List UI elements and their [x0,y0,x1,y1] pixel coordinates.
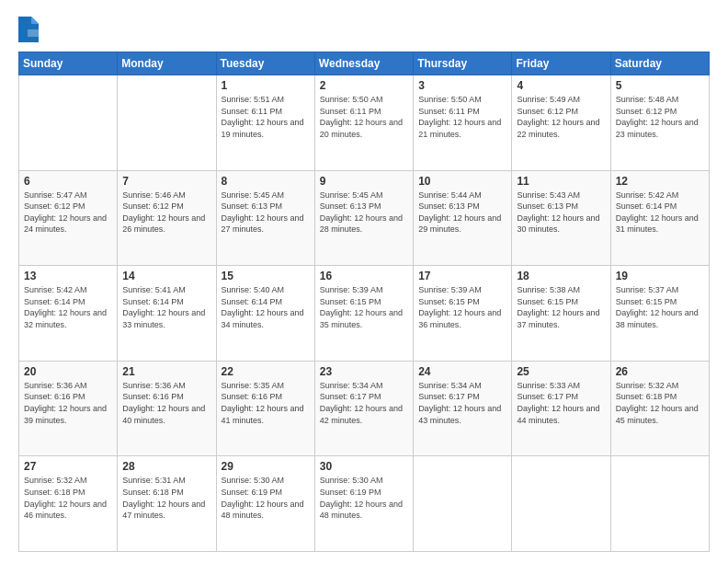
calendar-cell: 26Sunrise: 5:32 AM Sunset: 6:18 PM Dayli… [610,361,709,456]
svg-marker-2 [28,29,39,37]
calendar-cell: 20Sunrise: 5:36 AM Sunset: 6:16 PM Dayli… [19,361,118,456]
day-number: 18 [517,270,605,282]
day-info: Sunrise: 5:50 AM Sunset: 6:11 PM Dayligh… [320,94,408,140]
calendar-table: SundayMondayTuesdayWednesdayThursdayFrid… [18,52,710,552]
day-info: Sunrise: 5:39 AM Sunset: 6:15 PM Dayligh… [418,284,506,330]
calendar-header-saturday: Saturday [610,52,709,75]
day-number: 27 [24,460,112,473]
header [18,17,710,42]
day-number: 23 [320,365,408,378]
calendar-cell: 1Sunrise: 5:51 AM Sunset: 6:11 PM Daylig… [216,75,314,171]
svg-marker-1 [31,17,39,24]
day-info: Sunrise: 5:39 AM Sunset: 6:15 PM Dayligh… [320,284,408,330]
day-number: 14 [122,270,210,282]
day-number: 12 [616,175,704,188]
calendar-cell: 30Sunrise: 5:30 AM Sunset: 6:19 PM Dayli… [314,456,413,552]
calendar-cell: 12Sunrise: 5:42 AM Sunset: 6:14 PM Dayli… [610,170,709,266]
day-info: Sunrise: 5:34 AM Sunset: 6:17 PM Dayligh… [320,380,408,426]
calendar-cell: 22Sunrise: 5:35 AM Sunset: 6:16 PM Dayli… [216,361,314,456]
calendar-cell: 19Sunrise: 5:37 AM Sunset: 6:15 PM Dayli… [610,266,709,362]
day-info: Sunrise: 5:41 AM Sunset: 6:14 PM Dayligh… [122,284,210,330]
day-number: 28 [122,460,210,473]
day-info: Sunrise: 5:34 AM Sunset: 6:17 PM Dayligh… [418,380,506,426]
day-info: Sunrise: 5:30 AM Sunset: 6:19 PM Dayligh… [320,475,408,521]
calendar-cell: 29Sunrise: 5:30 AM Sunset: 6:19 PM Dayli… [216,456,314,552]
calendar-cell: 5Sunrise: 5:48 AM Sunset: 6:12 PM Daylig… [610,75,709,171]
day-number: 1 [222,79,310,92]
day-info: Sunrise: 5:37 AM Sunset: 6:15 PM Dayligh… [616,284,704,330]
day-info: Sunrise: 5:30 AM Sunset: 6:19 PM Dayligh… [222,475,310,521]
day-number: 17 [418,270,506,282]
day-info: Sunrise: 5:31 AM Sunset: 6:18 PM Dayligh… [122,475,210,521]
calendar-cell: 9Sunrise: 5:45 AM Sunset: 6:13 PM Daylig… [314,170,413,266]
day-number: 29 [222,460,310,473]
calendar-cell: 25Sunrise: 5:33 AM Sunset: 6:17 PM Dayli… [512,361,610,456]
calendar-cell: 4Sunrise: 5:49 AM Sunset: 6:12 PM Daylig… [512,75,610,171]
calendar-cell: 2Sunrise: 5:50 AM Sunset: 6:11 PM Daylig… [314,75,413,171]
calendar-week-row: 13Sunrise: 5:42 AM Sunset: 6:14 PM Dayli… [19,266,710,362]
calendar-cell: 21Sunrise: 5:36 AM Sunset: 6:16 PM Dayli… [118,361,216,456]
calendar-cell [414,456,512,552]
day-number: 25 [517,365,605,378]
calendar-cell: 14Sunrise: 5:41 AM Sunset: 6:14 PM Dayli… [118,266,216,362]
calendar-header-thursday: Thursday [414,52,512,75]
calendar-header-wednesday: Wednesday [314,52,413,75]
day-number: 16 [320,270,408,282]
calendar-cell: 27Sunrise: 5:32 AM Sunset: 6:18 PM Dayli… [19,456,118,552]
day-info: Sunrise: 5:35 AM Sunset: 6:16 PM Dayligh… [222,380,310,426]
day-number: 7 [122,175,210,188]
calendar-cell: 11Sunrise: 5:43 AM Sunset: 6:13 PM Dayli… [512,170,610,266]
day-number: 11 [517,175,605,188]
calendar-cell: 23Sunrise: 5:34 AM Sunset: 6:17 PM Dayli… [314,361,413,456]
day-number: 5 [616,79,704,92]
day-info: Sunrise: 5:32 AM Sunset: 6:18 PM Dayligh… [616,380,704,426]
day-info: Sunrise: 5:45 AM Sunset: 6:13 PM Dayligh… [320,190,408,236]
calendar-cell: 18Sunrise: 5:38 AM Sunset: 6:15 PM Dayli… [512,266,610,362]
day-number: 6 [24,175,112,188]
calendar-cell: 10Sunrise: 5:44 AM Sunset: 6:13 PM Dayli… [414,170,512,266]
calendar-cell [19,75,118,171]
logo-icon [18,17,39,42]
calendar-cell: 3Sunrise: 5:50 AM Sunset: 6:11 PM Daylig… [414,75,512,171]
calendar-cell: 8Sunrise: 5:45 AM Sunset: 6:13 PM Daylig… [216,170,314,266]
calendar-cell [512,456,610,552]
calendar-header-friday: Friday [512,52,610,75]
logo [18,17,42,42]
day-number: 20 [24,365,112,378]
calendar-week-row: 6Sunrise: 5:47 AM Sunset: 6:12 PM Daylig… [19,170,710,266]
day-info: Sunrise: 5:50 AM Sunset: 6:11 PM Dayligh… [418,94,506,140]
calendar-cell: 16Sunrise: 5:39 AM Sunset: 6:15 PM Dayli… [314,266,413,362]
calendar-header-sunday: Sunday [19,52,118,75]
day-info: Sunrise: 5:47 AM Sunset: 6:12 PM Dayligh… [24,190,112,236]
calendar-cell: 17Sunrise: 5:39 AM Sunset: 6:15 PM Dayli… [414,266,512,362]
day-info: Sunrise: 5:38 AM Sunset: 6:15 PM Dayligh… [517,284,605,330]
day-info: Sunrise: 5:32 AM Sunset: 6:18 PM Dayligh… [24,475,112,521]
page: SundayMondayTuesdayWednesdayThursdayFrid… [0,0,728,563]
day-info: Sunrise: 5:42 AM Sunset: 6:14 PM Dayligh… [24,284,112,330]
calendar-cell: 6Sunrise: 5:47 AM Sunset: 6:12 PM Daylig… [19,170,118,266]
day-number: 19 [616,270,704,282]
calendar-header-monday: Monday [118,52,216,75]
day-info: Sunrise: 5:36 AM Sunset: 6:16 PM Dayligh… [122,380,210,426]
day-number: 21 [122,365,210,378]
calendar-cell: 24Sunrise: 5:34 AM Sunset: 6:17 PM Dayli… [414,361,512,456]
day-info: Sunrise: 5:45 AM Sunset: 6:13 PM Dayligh… [222,190,310,236]
day-number: 9 [320,175,408,188]
day-number: 4 [517,79,605,92]
day-number: 3 [418,79,506,92]
day-info: Sunrise: 5:42 AM Sunset: 6:14 PM Dayligh… [616,190,704,236]
day-number: 8 [222,175,310,188]
day-info: Sunrise: 5:36 AM Sunset: 6:16 PM Dayligh… [24,380,112,426]
day-number: 26 [616,365,704,378]
day-info: Sunrise: 5:33 AM Sunset: 6:17 PM Dayligh… [517,380,605,426]
calendar-header-row: SundayMondayTuesdayWednesdayThursdayFrid… [19,52,710,75]
calendar-week-row: 20Sunrise: 5:36 AM Sunset: 6:16 PM Dayli… [19,361,710,456]
calendar-cell: 13Sunrise: 5:42 AM Sunset: 6:14 PM Dayli… [19,266,118,362]
day-number: 10 [418,175,506,188]
day-number: 22 [222,365,310,378]
day-info: Sunrise: 5:44 AM Sunset: 6:13 PM Dayligh… [418,190,506,236]
day-info: Sunrise: 5:49 AM Sunset: 6:12 PM Dayligh… [517,94,605,140]
day-number: 13 [24,270,112,282]
calendar-cell: 7Sunrise: 5:46 AM Sunset: 6:12 PM Daylig… [118,170,216,266]
calendar-cell [610,456,709,552]
